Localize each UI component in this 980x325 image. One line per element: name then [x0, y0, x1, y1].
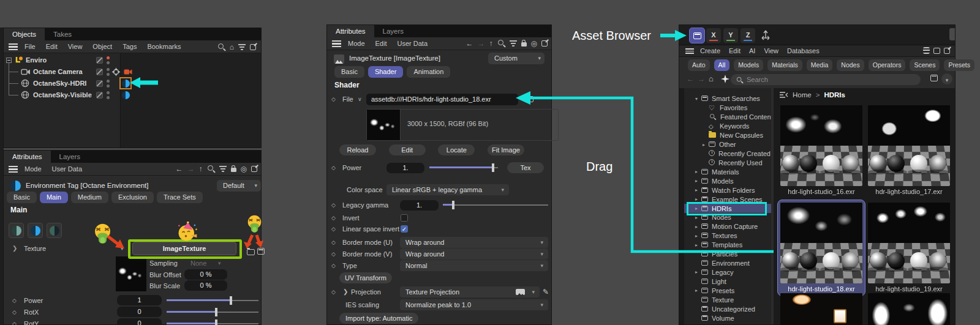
object-label[interactable]: OctaneSky-HDRI	[33, 78, 86, 89]
sidebar-item[interactable]: Light	[684, 277, 771, 286]
legacy-gamma-value[interactable]: 1.	[400, 200, 439, 211]
layer-chip[interactable]	[96, 69, 103, 75]
sidebar-item[interactable]: Motion Capture	[684, 222, 771, 231]
folder-icon[interactable]	[247, 249, 255, 255]
edit-pencil-icon[interactable]: ✎	[543, 286, 549, 297]
sidebar-item[interactable]: Featured Content	[684, 113, 771, 122]
search-input[interactable]: Search	[731, 74, 921, 85]
filter-tab[interactable]: All	[714, 59, 730, 71]
panel-tab[interactable]: Takes	[45, 28, 80, 40]
ies-scaling-dropdown[interactable]: Normalize peak to 1.0▾	[400, 299, 548, 310]
panel-tab[interactable]: Layers	[374, 25, 413, 37]
action-button[interactable]: Edit	[389, 144, 426, 155]
menu-item[interactable]: Databases	[787, 47, 820, 54]
uv-transform-button[interactable]: UV Transform	[339, 272, 392, 283]
dropdown-button[interactable]: ▾	[941, 73, 952, 84]
menu-item[interactable]: Create	[700, 47, 720, 54]
sampling-value[interactable]: None	[190, 258, 206, 269]
search-icon[interactable]	[217, 43, 225, 51]
forward-icon[interactable]: →	[187, 165, 195, 173]
target-icon[interactable]: ◎	[531, 40, 537, 47]
sidebar-item[interactable]: ◇ Keywords	[684, 122, 771, 131]
panel-tab[interactable]: Layers	[51, 151, 89, 163]
forward-icon[interactable]: →	[698, 75, 705, 83]
asset-tile[interactable]	[868, 293, 950, 325]
sidebar-item[interactable]: Models	[684, 176, 771, 185]
action-button[interactable]: Reload	[339, 144, 376, 155]
axis-button[interactable]: X	[706, 28, 721, 43]
blur-offset-value[interactable]: 0 %	[184, 269, 227, 280]
target-icon[interactable]: ◎	[241, 165, 247, 173]
popout-icon[interactable]	[944, 48, 950, 54]
asset-tile[interactable]: hdr-light-studio_16.exr	[780, 105, 862, 196]
action-button[interactable]: Fit Image	[488, 144, 524, 155]
menu-item[interactable]: Object	[92, 43, 112, 50]
section-tab[interactable]: Animation	[407, 66, 450, 78]
import-type-button[interactable]: Import type: Automatic	[339, 313, 418, 324]
hamburger-menu-icon[interactable]	[9, 166, 18, 173]
texture-slot[interactable]	[47, 223, 62, 238]
filter-icon[interactable]	[219, 165, 227, 172]
border-mode-u-dropdown[interactable]: Wrap around▾	[400, 237, 548, 248]
axis-button[interactable]: Z	[741, 28, 755, 43]
panel-tab[interactable]: Attributes	[4, 151, 51, 163]
menu-item[interactable]: Edit	[729, 47, 741, 54]
type-dropdown[interactable]: Normal▾	[400, 260, 548, 271]
layer-chip[interactable]	[96, 92, 103, 99]
section-tab[interactable]: Shader	[368, 66, 403, 78]
sidebar-item[interactable]: Watch Folders	[684, 185, 771, 195]
menu-item[interactable]: User Data	[398, 40, 428, 47]
invert-checkbox[interactable]	[401, 214, 408, 222]
tree-row-enviro[interactable]: Enviro	[4, 54, 261, 66]
hamburger-menu-icon[interactable]	[685, 48, 694, 54]
tree-row-sky-hdri[interactable]: OctaneSky-HDRI	[4, 78, 261, 89]
filter-icon[interactable]	[510, 40, 517, 47]
filter-tab[interactable]: Auto	[688, 59, 710, 71]
border-mode-v-dropdown[interactable]: Wrap around▾	[400, 248, 548, 260]
lock-icon[interactable]	[521, 42, 527, 47]
asset-tile[interactable]: hdr-light-studio_18.exr	[780, 203, 862, 293]
visibility-dots[interactable]	[107, 54, 110, 66]
sidebar-item[interactable]: Recently Created	[684, 149, 771, 159]
sidebar-item[interactable]: Volume	[684, 313, 771, 323]
sidebar-item[interactable]: ♡ Favorites	[684, 103, 771, 113]
filter-tab[interactable]: Models	[734, 59, 763, 71]
sidebar-item[interactable]: New Capsules	[684, 131, 771, 140]
panel-tab[interactable]: Objects	[4, 28, 45, 40]
filter-tab[interactable]: Materials	[767, 59, 802, 71]
preset-dropdown[interactable]: Custom ▾	[488, 53, 545, 64]
preset-dropdown[interactable]: Default ▾	[217, 180, 261, 192]
filter-tab[interactable]: Operators	[869, 59, 906, 71]
layer-chip[interactable]	[96, 80, 103, 87]
visibility-dots[interactable]	[107, 78, 110, 89]
power-slider[interactable]	[429, 162, 498, 173]
tree-row-sky-visible[interactable]: OctaneSky-Visible	[4, 89, 261, 101]
color-space-dropdown[interactable]: Linear sRGB + legacy gamma▾	[386, 184, 509, 195]
menu-item[interactable]: Mode	[348, 40, 365, 47]
asset-tile[interactable]: hdr-light-studio_19.exr	[868, 203, 950, 293]
chevron-down-icon[interactable]: ∨	[358, 94, 362, 105]
octane-texture-tag-icon[interactable]	[122, 80, 130, 88]
filter-tab[interactable]: Scenes	[910, 59, 940, 71]
filter-tab[interactable]: Presets	[944, 59, 974, 71]
sidebar-item[interactable]: Recently Used	[684, 158, 771, 167]
param-slider[interactable]	[167, 295, 258, 306]
param-slider[interactable]	[167, 318, 258, 325]
back-icon[interactable]: ←	[466, 40, 473, 47]
chevron-down-icon[interactable]: ▾	[121, 243, 124, 254]
param-value[interactable]: 1	[117, 295, 162, 305]
hamburger-menu-icon[interactable]	[332, 40, 341, 47]
object-label[interactable]: Enviro	[26, 54, 47, 66]
section-tab[interactable]: Medium	[71, 192, 108, 203]
texture-slot[interactable]	[28, 223, 43, 238]
forward-icon[interactable]: →	[478, 40, 485, 47]
section-tab[interactable]: Trace Sets	[157, 192, 203, 203]
menu-item[interactable]: File	[24, 43, 36, 50]
sidebar-item[interactable]: Legacy	[684, 268, 771, 277]
folder-icon[interactable]	[526, 96, 533, 102]
breadcrumb-collapse-icon[interactable]	[780, 92, 788, 98]
expand-toggle[interactable]	[6, 58, 12, 63]
chevron-down-icon[interactable]: ▾	[218, 258, 221, 269]
panel-tab[interactable]: Attributes	[327, 25, 374, 37]
sidebar-item[interactable]: Environment	[684, 259, 771, 268]
